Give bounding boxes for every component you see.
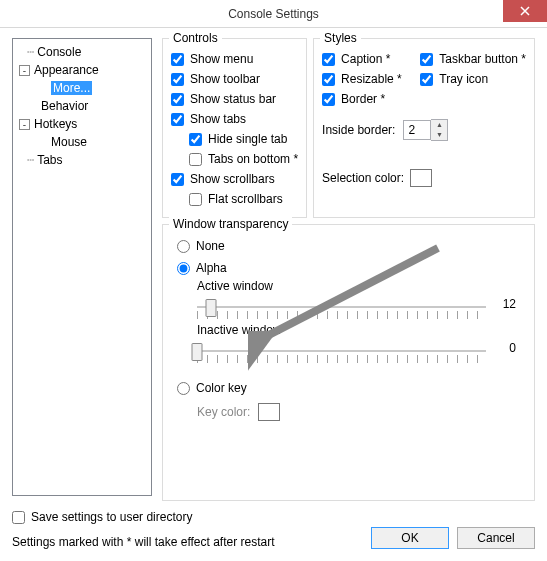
chk-tray[interactable]: Tray icon <box>420 69 526 89</box>
group-transparency-title: Window transparency <box>169 217 292 231</box>
chk-show-scrollbars[interactable]: Show scrollbars <box>171 169 298 189</box>
chk-border[interactable]: Border * <box>322 89 410 109</box>
inactive-window-value: 0 <box>509 341 516 355</box>
inactive-window-slider[interactable] <box>197 337 486 367</box>
chk-resizable[interactable]: Resizable * <box>322 69 410 89</box>
tree-item-more[interactable]: More... <box>13 79 151 97</box>
active-window-label: Active window <box>197 279 526 293</box>
key-color-label: Key color: <box>197 405 250 419</box>
chk-hide-single-tab[interactable]: Hide single tab <box>189 129 298 149</box>
radio-color-key[interactable]: Color key <box>171 377 526 399</box>
chk-flat-scrollbars[interactable]: Flat scrollbars <box>189 189 298 209</box>
group-controls: Controls Show menu Show toolbar Show sta… <box>162 38 307 218</box>
restart-note: Settings marked with * will take effect … <box>12 535 371 549</box>
tree-item-behavior[interactable]: Behavior <box>13 97 151 115</box>
chk-show-menu[interactable]: Show menu <box>171 49 298 69</box>
chk-tabs-on-bottom[interactable]: Tabs on bottom * <box>189 149 298 169</box>
cancel-button[interactable]: Cancel <box>457 527 535 549</box>
titlebar: Console Settings <box>0 0 547 28</box>
spin-up-icon[interactable]: ▲ <box>431 120 447 130</box>
chk-caption[interactable]: Caption * <box>322 49 410 69</box>
selection-color-button[interactable] <box>410 169 432 187</box>
close-button[interactable] <box>503 0 547 22</box>
collapse-icon[interactable]: - <box>19 119 30 130</box>
collapse-icon[interactable]: - <box>19 65 30 76</box>
spin-down-icon[interactable]: ▼ <box>431 130 447 140</box>
chk-show-tabs[interactable]: Show tabs <box>171 109 298 129</box>
radio-none[interactable]: None <box>171 235 526 257</box>
chk-show-toolbar[interactable]: Show toolbar <box>171 69 298 89</box>
nav-tree[interactable]: ┄ Console -Appearance More... Behavior -… <box>12 38 152 496</box>
group-styles-title: Styles <box>320 31 361 45</box>
tree-item-hotkeys[interactable]: -Hotkeys <box>13 115 151 133</box>
ok-button[interactable]: OK <box>371 527 449 549</box>
tree-item-appearance[interactable]: -Appearance <box>13 61 151 79</box>
inside-border-label: Inside border: <box>322 123 395 137</box>
radio-alpha[interactable]: Alpha <box>171 257 526 279</box>
inside-border-input[interactable]: ▲▼ <box>403 119 448 141</box>
chk-save-user-dir[interactable]: Save settings to user directory <box>12 507 535 527</box>
active-window-slider[interactable] <box>197 293 486 323</box>
key-color-button[interactable] <box>258 403 280 421</box>
selection-color-label: Selection color: <box>322 171 404 185</box>
tree-item-console[interactable]: ┄ Console <box>13 43 151 61</box>
inactive-window-label: Inactive window <box>197 323 526 337</box>
group-transparency: Window transparency None Alpha Active wi… <box>162 224 535 501</box>
chk-taskbar[interactable]: Taskbar button * <box>420 49 526 69</box>
window-title: Console Settings <box>0 7 547 21</box>
group-styles: Styles Caption * Resizable * Border * Ta… <box>313 38 535 218</box>
close-icon <box>520 6 530 16</box>
active-window-value: 12 <box>503 297 516 311</box>
chk-show-statusbar[interactable]: Show status bar <box>171 89 298 109</box>
group-controls-title: Controls <box>169 31 222 45</box>
tree-item-tabs[interactable]: ┄ Tabs <box>13 151 151 169</box>
tree-item-mouse[interactable]: Mouse <box>13 133 151 151</box>
